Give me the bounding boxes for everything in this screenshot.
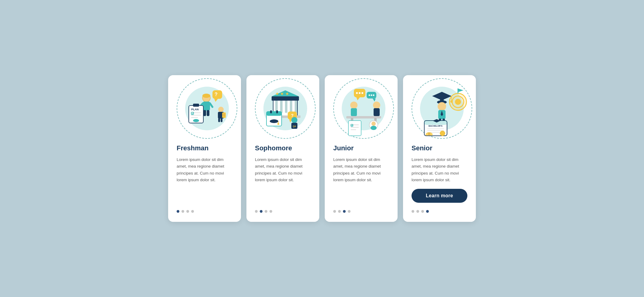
svg-rect-60 (351, 108, 357, 116)
svg-point-53 (361, 92, 363, 94)
svg-rect-32 (295, 101, 297, 113)
dot-4 (269, 210, 272, 213)
svg-rect-38 (276, 110, 278, 113)
card-body-junior: Lorem ipsum dolor sit dim amet, mea regi… (333, 156, 389, 203)
illustration-junior (333, 78, 389, 139)
dot-4 (426, 210, 429, 213)
sophomore-icon: ★ ★ ★ (255, 78, 316, 139)
card-body-senior: Lorem ipsum dolor sit dim amet, mea regi… (412, 156, 467, 183)
svg-line-4 (210, 103, 212, 107)
svg-rect-23 (218, 118, 220, 122)
svg-text:PLAN: PLAN (191, 108, 199, 111)
learn-more-button[interactable]: Learn more (412, 189, 467, 203)
card-junior: Junior Lorem ipsum dolor sit dim amet, m… (325, 75, 398, 222)
card-body-freshman: Lorem ipsum dolor sit dim amet, mea regi… (177, 156, 232, 203)
svg-marker-50 (356, 97, 360, 100)
card-title-freshman: Freshman (177, 144, 232, 152)
illustration-senior: BACHELOR'S (412, 78, 467, 139)
junior-icon (333, 78, 394, 139)
dot-1 (412, 210, 414, 213)
svg-marker-55 (373, 98, 376, 102)
svg-point-64 (373, 102, 380, 109)
dot-2 (338, 210, 341, 213)
svg-point-42 (277, 123, 279, 125)
svg-text:★ ★ ★: ★ ★ ★ (275, 91, 290, 96)
svg-marker-89 (458, 88, 463, 92)
dot-2 (181, 210, 184, 213)
svg-point-46 (291, 117, 297, 123)
svg-rect-6 (207, 110, 209, 116)
freshman-icon: ? PLAN (177, 78, 237, 139)
dots-senior (412, 208, 429, 213)
svg-rect-22 (223, 113, 225, 116)
svg-rect-2 (203, 102, 210, 111)
svg-text:QA: QA (293, 125, 296, 128)
svg-point-73 (371, 126, 377, 130)
illustration-sophomore: ★ ★ ★ (255, 78, 311, 139)
svg-rect-65 (374, 108, 380, 116)
svg-point-100 (428, 133, 430, 135)
svg-point-57 (371, 94, 372, 96)
senior-icon: BACHELOR'S (412, 78, 472, 139)
svg-point-19 (218, 107, 224, 112)
card-body-sophomore: Lorem ipsum dolor sit dim amet, mea regi… (255, 156, 311, 203)
svg-text:?: ? (291, 113, 294, 118)
svg-marker-8 (214, 99, 218, 102)
cards-container: ? PLAN (168, 75, 476, 222)
svg-point-87 (455, 99, 461, 105)
card-title-sophomore: Sophomore (255, 144, 311, 152)
card-title-senior: Senior (412, 144, 467, 152)
svg-point-52 (359, 92, 361, 94)
dot-3 (421, 210, 424, 213)
svg-point-59 (350, 102, 358, 109)
svg-rect-29 (280, 101, 283, 113)
svg-rect-37 (270, 110, 272, 113)
dot-4 (191, 210, 194, 213)
svg-rect-18 (195, 119, 197, 121)
svg-text:BACHELOR'S: BACHELOR'S (429, 125, 442, 127)
svg-rect-66 (348, 121, 361, 136)
dot-3 (343, 210, 346, 213)
dot-2 (260, 210, 263, 213)
svg-point-79 (438, 102, 446, 111)
svg-text:?: ? (215, 92, 218, 97)
svg-rect-26 (272, 96, 299, 101)
dots-junior (333, 208, 351, 213)
card-title-junior: Junior (333, 144, 389, 152)
svg-rect-24 (221, 118, 222, 122)
svg-point-56 (369, 94, 370, 96)
svg-point-72 (371, 122, 376, 126)
card-freshman: ? PLAN (168, 75, 241, 222)
illustration-freshman: ? PLAN (177, 78, 232, 139)
svg-point-1 (202, 94, 210, 98)
dot-1 (255, 210, 258, 213)
svg-rect-40 (273, 119, 275, 122)
svg-rect-5 (203, 110, 206, 116)
dots-sophomore (255, 208, 272, 213)
svg-rect-31 (290, 101, 292, 113)
card-sophomore: ★ ★ ★ (246, 75, 319, 222)
dot-3 (265, 210, 267, 213)
svg-rect-30 (285, 101, 287, 113)
card-senior: BACHELOR'S (403, 75, 476, 222)
svg-point-58 (373, 94, 375, 96)
dot-3 (186, 210, 189, 213)
dots-freshman (177, 208, 194, 213)
dot-1 (177, 210, 179, 213)
svg-point-51 (356, 92, 358, 94)
svg-rect-36 (266, 112, 282, 116)
dot-2 (416, 210, 419, 213)
dot-1 (333, 210, 336, 213)
dot-4 (348, 210, 351, 213)
svg-rect-11 (193, 104, 199, 107)
